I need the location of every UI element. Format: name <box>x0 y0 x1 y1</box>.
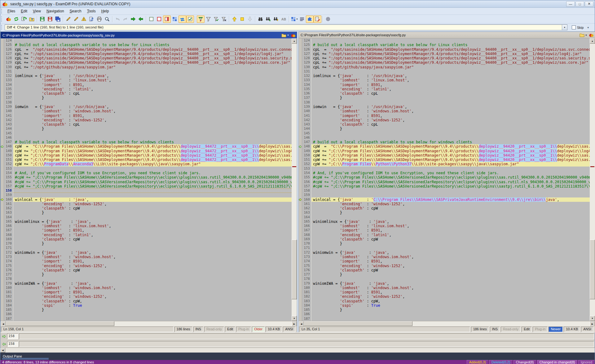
second-file-code-line[interactable]: 168 'encoding' : 'latin1', <box>299 233 590 237</box>
navigator-scrollbar[interactable]: ◀ <box>0 348 595 353</box>
second-file-code-line[interactable]: 159 <box>299 193 590 197</box>
first-file-code-line[interactable]: 178 <box>1 277 292 281</box>
first-file-code-line[interactable]: 134 'iomport' : 8591, <box>1 83 292 87</box>
second-file-code-line[interactable]: 150cpW += ";C:\\Program Files\\SASHome\\… <box>299 153 590 158</box>
first-file-code-line[interactable]: 160winlocal = {'java' : 'java', <box>1 197 292 202</box>
second-file-code-line[interactable]: 132iomlinux = {'java' : '/usr/bin/java', <box>299 74 590 78</box>
synchronize-scrolling-icon[interactable] <box>178 15 186 23</box>
second-file-code-line[interactable]: 153 <box>299 167 590 171</box>
second-file-code-line[interactable]: 162 'classpath' : cpW <box>299 206 590 210</box>
maximize-button[interactable]: □ <box>575 1 584 7</box>
first-file-code-line[interactable]: 158 <box>1 188 292 193</box>
second-file-header[interactable]: C:\Program Files\Python\Python37\Lib\sit… <box>299 32 595 38</box>
first-file-code-line[interactable]: 159 <box>1 193 292 197</box>
current-diff-line-content[interactable] <box>19 341 594 347</box>
first-file-code-line[interactable]: 184 'sspi' : True <box>1 303 292 308</box>
current-diff-line-content[interactable] <box>19 333 594 339</box>
filter-include-icon[interactable] <box>212 15 220 23</box>
second-file-code-line[interactable]: 147# build out a local classpath variabl… <box>299 140 590 144</box>
previous-difference-icon[interactable] <box>231 15 238 23</box>
first-file-code-line[interactable]: 164 <box>1 215 292 219</box>
skip-checkbox-box[interactable] <box>572 25 576 29</box>
second-file-code-line[interactable]: 178 <box>299 277 590 281</box>
second-file-code-line[interactable]: 131 <box>299 69 590 74</box>
horizontal-scroll-thumb[interactable] <box>6 321 114 326</box>
open-file-folder-icon[interactable] <box>580 33 584 37</box>
first-file-code-line[interactable]: 186 <box>1 312 292 316</box>
first-file-code-line[interactable]: 142 'encoding' : 'windows-1252', <box>1 118 292 122</box>
second-file-code-line[interactable]: 182 'encoding' : 'windows-1252', <box>299 294 590 299</box>
file-header-dropdown-icon[interactable]: ▼ <box>585 34 587 36</box>
second-file-code-line[interactable]: 160winlocal = {'java' : 'C:\\Program Fil… <box>299 197 590 202</box>
second-file-code-line[interactable]: 185 } <box>299 308 590 312</box>
second-file-code-line[interactable]: 142 'encoding' : 'windows-1252', <box>299 118 590 122</box>
match-case-icon[interactable]: AB <box>280 15 288 23</box>
first-file-horizontal-scrollbar[interactable]: ◀ ▶ <box>1 321 297 326</box>
options-icon[interactable] <box>324 15 332 23</box>
second-file-code-line[interactable]: 158 <box>299 188 590 193</box>
second-file-code-line[interactable]: 171 <box>299 246 590 250</box>
scroll-down-icon[interactable]: ▼ <box>292 316 297 321</box>
filter-none-icon[interactable] <box>205 15 212 23</box>
show-all-panes-icon[interactable] <box>171 15 178 23</box>
second-file-code-line[interactable]: 180 'iomhost' : 'windows.iom.host', <box>299 286 590 290</box>
first-file-code-line[interactable]: 129cpL += ":/opt/sasinside/SASHome/SASDe… <box>1 60 292 65</box>
second-file-code-line[interactable]: 134 'iomport' : 8591, <box>299 83 590 87</box>
first-file-code-line[interactable]: 151cpW += ";C:\\Program Files\\SASHome\\… <box>1 158 292 162</box>
first-file-code-line[interactable]: 131 <box>1 69 292 74</box>
first-file-code-line[interactable]: 166 'iomhost' : 'linux.iom.host', <box>1 224 292 228</box>
first-file-code-line[interactable]: 187 <box>1 317 292 321</box>
toolbar-grip[interactable] <box>1 16 3 22</box>
skip-checkbox[interactable]: Skip <box>572 25 584 29</box>
first-file-header[interactable]: C:\Program Files\Python\Python37\Lib\sit… <box>1 32 297 38</box>
first-file-code-line[interactable]: 175 'encoding' : 'windows-1252', <box>1 264 292 268</box>
second-file-code-line[interactable]: 125# build out a local classpath variabl… <box>299 43 590 47</box>
second-file-code-line[interactable]: 157#cpW += ";C:\\Program Files\\SASHome\… <box>299 184 590 188</box>
save-both-files-icon[interactable] <box>54 15 62 23</box>
first-file-code-line[interactable]: 133 'iomhost' : 'linux.iom.host', <box>1 78 292 82</box>
horizontal-scroll-thumb[interactable] <box>304 321 412 326</box>
second-file-code-line[interactable]: 139iomwin = {'java' : '/usr/bin/java', <box>299 105 590 109</box>
first-file-code-line[interactable]: 181 'iomport' : 8591, <box>1 290 292 294</box>
scroll-right-icon[interactable]: ▶ <box>292 321 297 327</box>
open-files-icon[interactable] <box>28 15 36 23</box>
first-file-code-line[interactable]: 176 'classpath' : cpW <box>1 268 292 272</box>
show-whitespace-icon[interactable] <box>298 15 306 23</box>
print-preview-icon[interactable] <box>103 15 111 23</box>
second-file-code-line[interactable]: 175 'encoding' : 'windows-1252', <box>299 264 590 268</box>
first-file-code-line[interactable]: 179winiomIWA = {'java' : 'java', <box>1 281 292 286</box>
first-file-code-line[interactable]: 152cpW += ";C:\\ProgramData\\Anaconda3\\… <box>1 162 292 166</box>
second-file-code-line[interactable]: 169 'classpath' : cpW <box>299 237 590 241</box>
first-file-code-line[interactable]: 141 'iomport' : 8591, <box>1 114 292 118</box>
second-file-code-line[interactable]: 141 'iomport' : 8591, <box>299 114 590 118</box>
first-file-code-line[interactable]: 173 'iomhost' : 'windows.iom.host', <box>1 255 292 259</box>
output-pane-header[interactable]: Output Pane <box>0 353 595 360</box>
first-file-code-line[interactable]: 174 'iomport' : 8591, <box>1 259 292 263</box>
first-file-code-line[interactable]: 161 'encoding' : 'windows-1252', <box>1 202 292 206</box>
first-file-code-line[interactable]: 171 <box>1 246 292 250</box>
diff-combo-dropdown-icon[interactable]: ▼ <box>562 25 567 30</box>
examdiff-logo-icon[interactable] <box>589 33 594 37</box>
diffbar-grip[interactable] <box>1 25 3 30</box>
second-file-code-line[interactable]: 166 'iomhost' : 'linux.iom.host', <box>299 224 590 228</box>
first-file-code-line[interactable]: 140 'iomhost' : 'windows.iom.host', <box>1 109 292 113</box>
first-file-code-line[interactable]: 162 'classpath' : cpW <box>1 206 292 210</box>
first-file-code-line[interactable]: 150cpW += ";C:\\Program Files\\SASHome\\… <box>1 153 292 158</box>
first-file-code-line[interactable]: 156#cpW += ";C:\\Program Files\\SASHome\… <box>1 180 292 184</box>
recompare-icon[interactable] <box>12 15 20 23</box>
print-icon[interactable] <box>95 15 103 23</box>
first-file-code-line[interactable]: 138 <box>1 100 292 105</box>
second-file-vertical-scrollbar[interactable]: ▲ ▼ <box>590 38 595 321</box>
first-file-code-line[interactable]: 185 } <box>1 308 292 312</box>
first-file-code-line[interactable]: 168 'encoding' : 'latin1', <box>1 233 292 237</box>
second-file-code-line[interactable]: 170 } <box>299 241 590 246</box>
show-identical-lines-icon[interactable] <box>148 15 155 23</box>
first-file-code-line[interactable]: 143 'classpath' : cpL <box>1 122 292 127</box>
first-file-code-line[interactable]: 177 } <box>1 272 292 277</box>
first-file-code-line[interactable]: 147# build out a local classpath variabl… <box>1 140 292 144</box>
second-file-code-line[interactable]: 155#cpW += ";C:\\Program Files\\SASHome\… <box>299 175 590 180</box>
scroll-down-icon[interactable]: ▼ <box>590 316 595 321</box>
minimize-button[interactable]: — <box>566 1 575 7</box>
save-second-file-icon[interactable] <box>46 15 54 23</box>
menu-tools[interactable]: Tools <box>84 8 99 14</box>
